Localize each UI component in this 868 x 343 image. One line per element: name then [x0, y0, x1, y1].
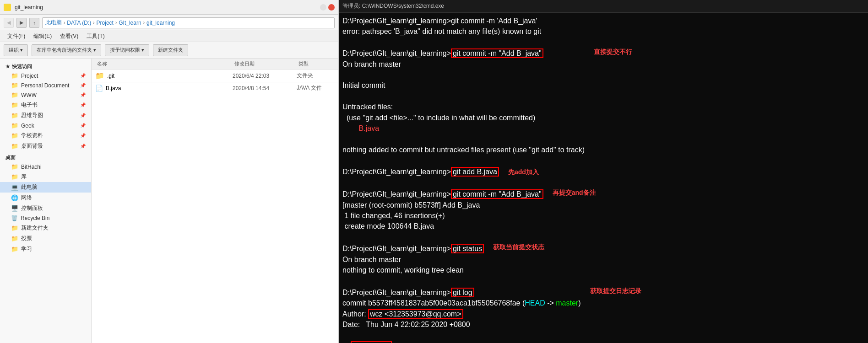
quick-access-label: 快速访问	[12, 63, 32, 70]
pin-icon: 📌	[80, 73, 86, 78]
col-name-header[interactable]: 名称	[95, 60, 233, 67]
new-folder-button[interactable]: 新建文件夹	[153, 44, 188, 56]
sidebar-item-controlpanel[interactable]: 🖥️ 控制面板	[0, 203, 91, 214]
col-type-header[interactable]: 类型	[297, 60, 338, 67]
term-block-1: D:\Project\GIt_learn\git_learning>git co…	[342, 48, 864, 155]
folder-icon: 📁	[11, 122, 18, 129]
pin-icon: 📌	[80, 133, 86, 138]
term-line: commit b5573ff4581837ab5f00e03aca1bf5505…	[342, 298, 581, 308]
sidebar-item-wallpaper[interactable]: 📁 桌面背景 📌	[0, 141, 91, 151]
sidebar-label: 思维导图	[21, 112, 43, 119]
annotation-get-log: 获取提交日志记录	[590, 287, 641, 295]
sidebar-item-newfolder[interactable]: 📁 新建文件夹	[0, 223, 91, 233]
minimize-button[interactable]	[320, 4, 326, 11]
file-date: 2020/6/4 22:03	[233, 73, 297, 79]
sidebar-label: 控制面板	[21, 204, 43, 212]
organize-button[interactable]: 组织 ▾	[4, 44, 28, 56]
menu-view[interactable]: 查看(V)	[56, 32, 82, 41]
sidebar-label: Geek	[21, 123, 34, 129]
term-block-2: D:\Project\GIt_learn\git_learning>git ad…	[342, 166, 864, 177]
pin-icon: 📌	[80, 144, 86, 149]
sidebar-item-project[interactable]: 📁 Project 📌	[0, 71, 91, 80]
annotation-direct-commit: 直接提交不行	[594, 48, 632, 56]
address-bar: ◀ ▶ ↑ 此电脑 › DATA (D:) › Project › GIt_le…	[0, 15, 338, 31]
back-button[interactable]: ◀	[4, 18, 14, 28]
path-git-learn[interactable]: GIt_learn	[119, 20, 141, 26]
menu-bar: 文件(F) 编辑(E) 查看(V) 工具(T)	[0, 31, 338, 42]
share-button[interactable]: 授予访问权限 ▾	[105, 44, 149, 56]
sidebar-item-network[interactable]: 🌐 网络	[0, 193, 91, 203]
desktop-label: 桌面	[5, 154, 16, 161]
controlpanel-icon: 🖥️	[11, 205, 18, 212]
sidebar-label: BitHachi	[21, 164, 42, 170]
term-block-5: D:\Project\GIt_learn\git_learning>git lo…	[342, 287, 864, 343]
folder-icon: 📁	[11, 173, 18, 180]
quick-access-header[interactable]: ★ 快速访问	[0, 60, 91, 71]
folder-icon: 📁	[11, 91, 18, 98]
term-line: D:\Project\GIt_learn\git_learning>git st…	[342, 244, 484, 254]
close-button[interactable]	[328, 4, 335, 11]
term-block-4: D:\Project\GIt_learn\git_learning>git st…	[342, 243, 864, 276]
path-git-learning[interactable]: git_learning	[146, 20, 175, 26]
folder-icon: 📁	[11, 163, 18, 170]
network-icon: 🌐	[11, 194, 18, 201]
sidebar-label: 投票	[21, 235, 32, 242]
library-button[interactable]: 在库中包含所选的文件夹 ▾	[32, 44, 101, 56]
table-row[interactable]: 📄 B.java 2020/4/8 14:54 JAVA 文件	[92, 82, 338, 94]
sidebar-item-bithachi[interactable]: 📁 BitHachi	[0, 162, 91, 172]
sidebar-item-mindmap[interactable]: 📁 思维导图 📌	[0, 110, 91, 121]
term-line: On branch master	[342, 59, 585, 70]
sidebar-item-recycle[interactable]: 🗑️ Recycle Bin	[0, 214, 91, 223]
term-line: D:\Project\GIt_learn\git_learning>git lo…	[342, 288, 581, 298]
sidebar-item-computer[interactable]: 💻 此电脑	[0, 182, 91, 193]
annotation-add-first: 先add加入	[508, 168, 539, 177]
term-spacer	[342, 70, 585, 80]
sidebar-label: 桌面背景	[21, 142, 43, 150]
col-date-header[interactable]: 修改日期	[233, 60, 297, 67]
address-path[interactable]: 此电脑 › DATA (D:) › Project › GIt_learn › …	[42, 17, 335, 28]
menu-file[interactable]: 文件(F)	[4, 32, 29, 41]
folder-icon: 📁	[11, 132, 18, 139]
path-computer[interactable]: 此电脑	[45, 19, 62, 27]
sidebar-label: 学习	[21, 245, 32, 253]
folder-icon: 📁	[95, 71, 104, 80]
title-bar: git_learning	[0, 0, 338, 15]
path-project[interactable]: Project	[97, 20, 114, 26]
term-line: 1 file changed, 46 insertions(+)	[342, 211, 543, 221]
path-data[interactable]: DATA (D:)	[67, 20, 91, 26]
pin-icon: 📌	[80, 92, 86, 97]
term-line: On branch master	[342, 255, 484, 265]
menu-edit[interactable]: 编辑(E)	[30, 32, 55, 41]
sidebar-item-personal[interactable]: 📁 Personal Document 📌	[0, 80, 91, 90]
term-line: (use "git add <file>..." to include in w…	[342, 113, 585, 123]
pin-icon: 📌	[80, 102, 86, 107]
terminal-content[interactable]: D:\Project\GIt_learn\git_learning>git co…	[339, 13, 868, 343]
term-line: Date: Thu Jun 4 22:02:25 2020 +0800	[342, 320, 581, 330]
term-spacer	[342, 276, 864, 286]
sidebar-item-ebook[interactable]: 📁 电子书 📌	[0, 100, 91, 110]
term-line: Author: wcz <312353973@qq.com>	[342, 309, 581, 319]
menu-tools[interactable]: 工具(T)	[83, 32, 108, 41]
file-label: B.java	[106, 85, 121, 91]
term-spacer	[342, 330, 581, 340]
sidebar-item-learning[interactable]: 📁 学习	[0, 244, 91, 254]
sidebar-item-school[interactable]: 📁 学校资料 📌	[0, 130, 91, 141]
folder-icon: 📁	[11, 102, 18, 108]
folder-icon	[4, 4, 11, 11]
sidebar-label: 学校资料	[21, 132, 43, 139]
sidebar-label: Personal Document	[21, 82, 69, 89]
sidebar-label: 此电脑	[21, 183, 38, 191]
term-line: create mode 100644 B.java	[342, 221, 543, 231]
forward-button[interactable]: ▶	[16, 18, 27, 28]
term-spacer	[342, 178, 864, 188]
sidebar-label: Project	[21, 73, 38, 79]
sidebar-item-geek[interactable]: 📁 Geek 📌	[0, 121, 91, 130]
desktop-header[interactable]: 桌面	[0, 151, 91, 162]
sidebar-item-library[interactable]: 📁 库	[0, 172, 91, 182]
table-row[interactable]: 📁 .git 2020/6/4 22:03 文件夹	[92, 70, 338, 82]
up-button[interactable]: ↑	[29, 18, 39, 28]
sidebar-item-www[interactable]: 📁 WWW 📌	[0, 90, 91, 100]
sidebar-item-vote[interactable]: 📁 投票	[0, 233, 91, 244]
sidebar-label: Recycle Bin	[21, 215, 49, 221]
folder-icon: 📁	[11, 143, 18, 150]
